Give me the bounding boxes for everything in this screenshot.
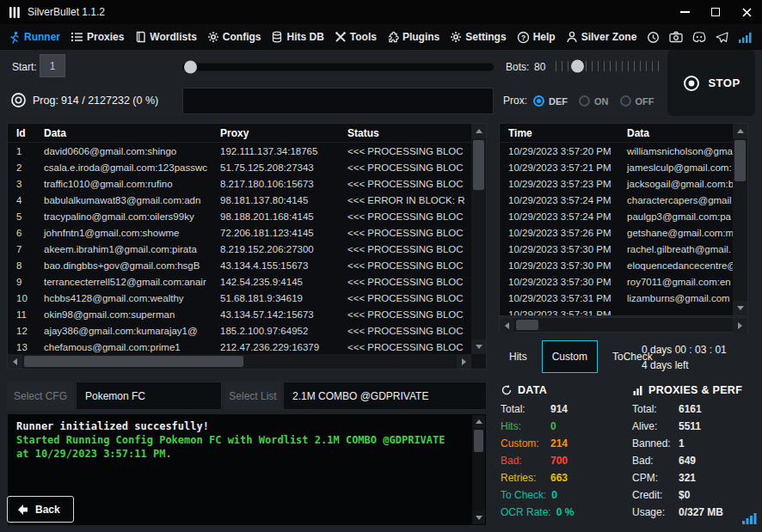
hit-row[interactable]: 10/29/2023 3:57:24 PM charactercapers@gm… <box>500 192 733 208</box>
runner-row[interactable]: 1 david0606@gmail.com:shingo 192.111.137… <box>8 143 471 159</box>
scroll-thumb[interactable] <box>516 320 538 330</box>
bots-slider[interactable] <box>556 58 659 74</box>
runner-row[interactable]: 4 babulalkumawat83@gmail.com:adn 98.181.… <box>8 192 471 208</box>
start-slider[interactable] <box>182 60 494 74</box>
bots-label: Bots: <box>506 61 529 73</box>
scroll-down-icon[interactable] <box>733 301 747 315</box>
runner-hscrollbar[interactable] <box>8 354 471 369</box>
stop-button[interactable]: STOP <box>667 50 755 116</box>
scroll-thumb[interactable] <box>473 140 484 190</box>
col-proxy[interactable]: Proxy <box>213 127 341 139</box>
scroll-right-icon[interactable] <box>733 318 747 333</box>
runner-row[interactable]: 13 chefamous@gmail.com:prime1 212.47.236… <box>8 339 471 354</box>
scroll-thumb[interactable] <box>474 430 483 452</box>
runner-row[interactable]: 10 hcbbs4128@gmail.com:wealthy 51.68.181… <box>8 290 471 306</box>
scroll-thumb[interactable] <box>24 356 243 367</box>
stat-row: Custom: 214 <box>501 435 630 452</box>
runner-row[interactable]: 7 akeem.ibrahim1@gmail.com:pirata 8.219.… <box>8 241 471 257</box>
select-cfg-button[interactable]: Select CFG <box>7 382 74 410</box>
maximize-button[interactable] <box>700 0 731 24</box>
runner-row[interactable]: 12 ajay386@gmail.com:kumarajay1@ 185.2.1… <box>8 322 471 339</box>
scroll-right-icon[interactable] <box>457 354 471 369</box>
nav-item-wordlists[interactable]: Wordlists <box>129 24 201 50</box>
discord-icon[interactable] <box>692 32 706 42</box>
bots-slider-thumb[interactable] <box>571 60 584 73</box>
wordlist-name-field[interactable]: 2.1M COMBO @GDPRIVATE <box>283 382 487 410</box>
scroll-corner <box>471 354 486 369</box>
proxy-mode-option[interactable]: ON <box>579 95 609 107</box>
hits-vscrollbar[interactable] <box>733 124 747 315</box>
console-vscrollbar[interactable] <box>472 415 485 524</box>
hit-row[interactable]: 10/29/2023 3:57:31 PM <box>500 306 733 315</box>
telegram-icon[interactable] <box>716 32 728 43</box>
scroll-up-icon[interactable] <box>472 415 485 428</box>
hit-row[interactable]: 10/29/2023 3:57:30 PM eloquencedancecent… <box>500 257 733 273</box>
runner-row[interactable]: 6 johnfntn1@gmail.com:showme 72.206.181.… <box>8 224 471 241</box>
nav-item-configs[interactable]: Configs <box>202 24 267 50</box>
scroll-down-icon[interactable] <box>471 339 486 354</box>
proxy-mode-option[interactable]: OFF <box>620 95 654 107</box>
col-id[interactable]: Id <box>8 127 37 139</box>
back-button[interactable]: Back <box>7 496 74 523</box>
scroll-up-icon[interactable] <box>471 124 486 138</box>
radio-icon <box>620 95 631 107</box>
proxy-mode-option[interactable]: DEF <box>533 95 568 107</box>
hit-row[interactable]: 10/29/2023 3:57:24 PM paulgp3@gmail.com:… <box>500 208 733 224</box>
nav-item-silver-zone[interactable]: Silver Zone <box>561 24 642 50</box>
network-signal-icon <box>741 512 757 524</box>
nav-item-help[interactable]: ? Help <box>512 24 561 50</box>
hit-row[interactable]: 10/29/2023 3:57:30 PM rachel.gilbreath@g… <box>500 241 733 257</box>
select-list-button[interactable]: Select List <box>224 382 281 410</box>
scroll-up-icon[interactable] <box>733 124 747 138</box>
license-days-left: 4 days left <box>642 359 689 371</box>
hit-row[interactable]: 10/29/2023 3:57:20 PM williamsnicholson@… <box>500 143 733 159</box>
main-nav: Runner Proxies Wordlists Configs Hits DB… <box>0 24 762 50</box>
tab[interactable]: Custom <box>542 340 598 373</box>
hit-row[interactable]: 10/29/2023 3:57:30 PM roy7011@gmail.com:… <box>500 273 733 290</box>
runner-row[interactable]: 9 terrancecterrell512@gmail.com:anair 14… <box>8 273 471 290</box>
hit-row[interactable]: 10/29/2023 3:57:26 PM getshane@gmail.com… <box>500 224 733 241</box>
nav-item-settings[interactable]: Settings <box>445 24 511 50</box>
runner-row[interactable]: 8 bao.dingbbs+gov@gmail.com:hsgB 43.134.… <box>8 257 471 273</box>
runner-table-header: Id Data Proxy Status <box>8 124 471 143</box>
hits-hscrollbar[interactable] <box>499 317 748 333</box>
runner-row[interactable]: 2 csala.e.iroda@gmail.com:123passwc 51.7… <box>8 159 471 175</box>
close-button[interactable] <box>731 0 762 24</box>
hit-row[interactable]: 10/29/2023 3:57:31 PM lizamburns@gmail.c… <box>500 290 733 306</box>
scroll-down-icon[interactable] <box>472 511 485 524</box>
nav-item-runner[interactable]: Runner <box>3 24 65 50</box>
runner-row[interactable]: 5 tracypalino@gmail.com:oilers99ky 98.18… <box>8 208 471 224</box>
runner-log-console[interactable]: Runner initialized succesfully!Started R… <box>7 413 487 526</box>
col-data[interactable]: Data <box>620 127 733 139</box>
scroll-thumb[interactable] <box>734 140 746 181</box>
runner-row[interactable]: 11 okin98@gmail.com:superman 43.134.57.1… <box>8 306 471 322</box>
hit-row[interactable]: 10/29/2023 3:57:23 PM jacksogail@gmail.c… <box>500 175 733 192</box>
hit-row[interactable]: 10/29/2023 3:57:21 PM jameslculp@gmail.c… <box>500 159 733 175</box>
help-icon: ? <box>517 31 530 44</box>
minimize-button[interactable] <box>669 0 700 24</box>
col-time[interactable]: Time <box>500 127 620 139</box>
nav-item-tools[interactable]: Tools <box>329 24 382 50</box>
stat-row: Banned: 1 <box>632 435 761 452</box>
start-slider-track[interactable] <box>182 64 494 71</box>
nav-item-proxies[interactable]: Proxies <box>65 24 129 50</box>
nav-item-plugins[interactable]: Plugins <box>382 24 445 50</box>
runner-vscrollbar[interactable] <box>471 124 486 354</box>
stat-row: Total: 914 <box>501 401 630 418</box>
config-name-field[interactable]: Pokemon FC <box>76 382 222 410</box>
runner-row[interactable]: 3 traffic1010@gmail.com:rufino 8.217.180… <box>8 175 471 192</box>
progress-input[interactable] <box>182 88 494 114</box>
history-icon[interactable] <box>647 31 660 44</box>
hits-table-body: 10/29/2023 3:57:20 PM williamsnicholson@… <box>500 143 733 315</box>
scroll-left-icon[interactable] <box>8 354 22 369</box>
camera-icon[interactable] <box>669 31 683 43</box>
col-data[interactable]: Data <box>37 127 213 139</box>
data-refresh-icon <box>501 384 513 396</box>
proxies-stats-title: PROXIES & PERF <box>632 382 761 399</box>
start-slider-thumb[interactable] <box>184 61 197 74</box>
col-status[interactable]: Status <box>341 127 471 139</box>
tab[interactable]: Hits <box>499 340 538 373</box>
nav-item-hits-db[interactable]: Hits DB <box>266 24 329 50</box>
scroll-left-icon[interactable] <box>500 318 514 333</box>
start-input[interactable] <box>40 54 65 77</box>
